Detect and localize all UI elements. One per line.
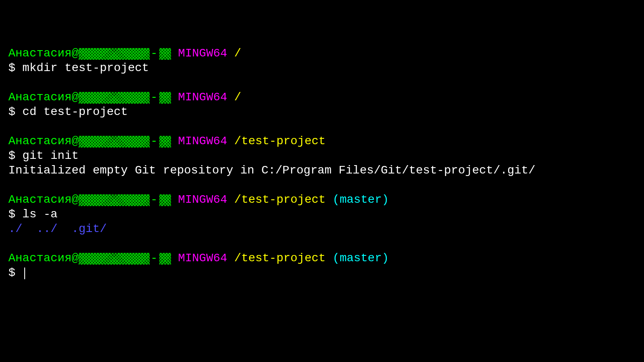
prompt-line: Анастасия@- MINGW64 / xyxy=(8,90,636,105)
terminal-block: Анастасия@- MINGW64 /test-project (maste… xyxy=(8,251,636,280)
username: Анастасия xyxy=(8,135,72,148)
prompt-symbol: $ xyxy=(8,266,23,279)
hostname-redacted xyxy=(79,194,150,206)
prompt-symbol: $ xyxy=(8,208,23,221)
prompt-line: Анастасия@- MINGW64 /test-project (maste… xyxy=(8,251,636,265)
terminal-block: Анастасия@- MINGW64 /$ mkdir test-projec… xyxy=(8,46,636,75)
output-line: Initialized empty Git repository in C:/P… xyxy=(8,163,636,178)
hostname-redacted xyxy=(79,92,150,104)
username: Анастасия xyxy=(8,252,72,265)
prompt-line: Анастасия@- MINGW64 /test-project xyxy=(8,134,636,148)
at-sign: @ xyxy=(72,47,79,60)
separator: - xyxy=(151,252,158,265)
hostname-redacted-2 xyxy=(159,136,171,148)
username: Анастасия xyxy=(8,47,72,60)
at-sign: @ xyxy=(72,193,79,206)
command-line[interactable]: $ ls -a xyxy=(8,207,636,222)
separator: - xyxy=(151,91,158,104)
prompt-line: Анастасия@- MINGW64 /test-project (maste… xyxy=(8,192,636,207)
hostname-redacted-2 xyxy=(159,48,171,60)
output-line: ./ ../ .git/ xyxy=(8,222,636,236)
terminal-block: Анастасия@- MINGW64 /test-project (maste… xyxy=(8,192,636,236)
hostname-redacted-2 xyxy=(159,194,171,206)
terminal-window[interactable]: Анастасия@- MINGW64 /$ mkdir test-projec… xyxy=(8,46,636,280)
path-label: / xyxy=(234,91,241,104)
system-label: MINGW64 xyxy=(178,252,227,265)
separator: - xyxy=(151,193,158,206)
prompt-line: Анастасия@- MINGW64 / xyxy=(8,46,636,61)
at-sign: @ xyxy=(72,252,79,265)
hostname-redacted xyxy=(79,48,150,60)
separator: - xyxy=(151,135,158,148)
at-sign: @ xyxy=(72,91,79,104)
terminal-block: Анастасия@- MINGW64 /$ cd test-project xyxy=(8,90,636,119)
command-line[interactable]: $ git init xyxy=(8,148,636,163)
command-text: git init xyxy=(23,149,79,162)
system-label: MINGW64 xyxy=(178,91,227,104)
hostname-redacted xyxy=(79,136,150,148)
dir-entry: ./ xyxy=(8,222,23,235)
branch-label: (master) xyxy=(332,252,388,265)
command-line[interactable]: $ mkdir test-project xyxy=(8,61,636,75)
prompt-symbol: $ xyxy=(8,149,23,162)
separator: - xyxy=(151,47,158,60)
hostname-redacted-2 xyxy=(159,92,171,104)
prompt-symbol: $ xyxy=(8,61,23,74)
at-sign: @ xyxy=(72,135,79,148)
path-label: / xyxy=(234,47,241,60)
command-line[interactable]: $ xyxy=(8,265,636,280)
hostname-redacted-2 xyxy=(159,253,171,265)
terminal-block: Анастасия@- MINGW64 /test-project$ git i… xyxy=(8,134,636,178)
username: Анастасия xyxy=(8,91,72,104)
dir-entry: ../ xyxy=(36,222,57,235)
cursor xyxy=(24,268,25,279)
dir-entry: .git/ xyxy=(72,222,107,235)
system-label: MINGW64 xyxy=(178,135,227,148)
prompt-symbol: $ xyxy=(8,105,23,118)
command-line[interactable]: $ cd test-project xyxy=(8,105,636,119)
command-text: mkdir test-project xyxy=(23,61,149,74)
path-label: /test-project xyxy=(234,193,325,206)
system-label: MINGW64 xyxy=(178,47,227,60)
path-label: /test-project xyxy=(234,252,325,265)
path-label: /test-project xyxy=(234,135,325,148)
command-text: ls -a xyxy=(23,208,58,221)
branch-label: (master) xyxy=(332,193,388,206)
hostname-redacted xyxy=(79,253,150,265)
command-text: cd test-project xyxy=(23,105,128,118)
system-label: MINGW64 xyxy=(178,193,227,206)
username: Анастасия xyxy=(8,193,72,206)
